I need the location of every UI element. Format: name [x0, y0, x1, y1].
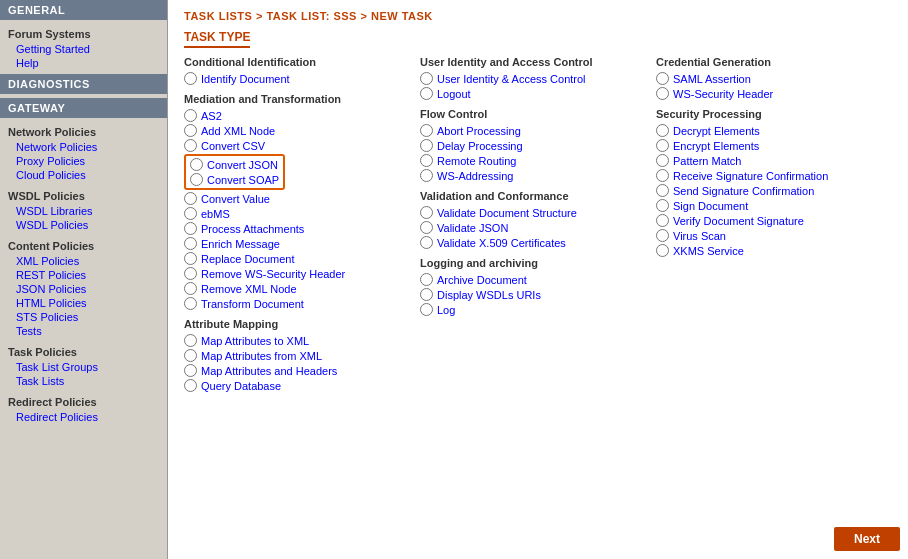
sidebar-link-wsdl-libraries[interactable]: WSDL Libraries: [0, 204, 167, 218]
label-validate-doc-structure[interactable]: Validate Document Structure: [437, 207, 577, 219]
label-verify-doc-signature[interactable]: Verify Document Signature: [673, 215, 804, 227]
label-decrypt-elements[interactable]: Decrypt Elements: [673, 125, 760, 137]
radio-pattern-match[interactable]: [656, 154, 669, 167]
label-map-attr-headers[interactable]: Map Attributes and Headers: [201, 365, 337, 377]
radio-verify-doc-signature[interactable]: [656, 214, 669, 227]
radio-validate-doc-structure[interactable]: [420, 206, 433, 219]
label-receive-sig-confirm[interactable]: Receive Signature Confirmation: [673, 170, 828, 182]
radio-convert-json[interactable]: [190, 158, 203, 171]
label-convert-value[interactable]: Convert Value: [201, 193, 270, 205]
label-transform-document[interactable]: Transform Document: [201, 298, 304, 310]
label-identify-document[interactable]: Identify Document: [201, 73, 290, 85]
sidebar-link-network-policies[interactable]: Network Policies: [0, 140, 167, 154]
radio-remove-xml-node[interactable]: [184, 282, 197, 295]
label-pattern-match[interactable]: Pattern Match: [673, 155, 741, 167]
radio-ws-addressing[interactable]: [420, 169, 433, 182]
label-xkms-service[interactable]: XKMS Service: [673, 245, 744, 257]
radio-map-attr-headers[interactable]: [184, 364, 197, 377]
label-log[interactable]: Log: [437, 304, 455, 316]
label-remove-ws-security-header[interactable]: Remove WS-Security Header: [201, 268, 345, 280]
label-sign-document[interactable]: Sign Document: [673, 200, 748, 212]
label-saml-assertion[interactable]: SAML Assertion: [673, 73, 751, 85]
label-delay-processing[interactable]: Delay Processing: [437, 140, 523, 152]
label-archive-document[interactable]: Archive Document: [437, 274, 527, 286]
label-virus-scan[interactable]: Virus Scan: [673, 230, 726, 242]
radio-log[interactable]: [420, 303, 433, 316]
radio-convert-value[interactable]: [184, 192, 197, 205]
radio-validate-json[interactable]: [420, 221, 433, 234]
label-encrypt-elements[interactable]: Encrypt Elements: [673, 140, 759, 152]
label-map-attr-from-xml[interactable]: Map Attributes from XML: [201, 350, 322, 362]
sidebar-link-html-policies[interactable]: HTML Policies: [0, 296, 167, 310]
label-remove-xml-node[interactable]: Remove XML Node: [201, 283, 297, 295]
radio-delay-processing[interactable]: [420, 139, 433, 152]
label-ws-security-header[interactable]: WS-Security Header: [673, 88, 773, 100]
label-map-attr-xml[interactable]: Map Attributes to XML: [201, 335, 309, 347]
label-replace-document[interactable]: Replace Document: [201, 253, 295, 265]
sidebar-link-help[interactable]: Help: [0, 56, 167, 70]
sidebar-link-json-policies[interactable]: JSON Policies: [0, 282, 167, 296]
radio-saml-assertion[interactable]: [656, 72, 669, 85]
sidebar-link-rest-policies[interactable]: REST Policies: [0, 268, 167, 282]
radio-transform-document[interactable]: [184, 297, 197, 310]
label-convert-soap[interactable]: Convert SOAP: [207, 174, 279, 186]
radio-virus-scan[interactable]: [656, 229, 669, 242]
label-enrich-message[interactable]: Enrich Message: [201, 238, 280, 250]
label-process-attachments[interactable]: Process Attachments: [201, 223, 304, 235]
radio-map-attr-xml[interactable]: [184, 334, 197, 347]
label-abort-processing[interactable]: Abort Processing: [437, 125, 521, 137]
radio-query-database[interactable]: [184, 379, 197, 392]
label-logout[interactable]: Logout: [437, 88, 471, 100]
radio-user-identity[interactable]: [420, 72, 433, 85]
label-send-sig-confirm[interactable]: Send Signature Confirmation: [673, 185, 814, 197]
sidebar-link-xml-policies[interactable]: XML Policies: [0, 254, 167, 268]
label-display-wsdls-uris[interactable]: Display WSDLs URIs: [437, 289, 541, 301]
label-convert-json[interactable]: Convert JSON: [207, 159, 278, 171]
sidebar-link-proxy-policies[interactable]: Proxy Policies: [0, 154, 167, 168]
radio-encrypt-elements[interactable]: [656, 139, 669, 152]
radio-enrich-message[interactable]: [184, 237, 197, 250]
next-button[interactable]: Next: [834, 527, 900, 551]
label-remote-routing[interactable]: Remote Routing: [437, 155, 517, 167]
radio-remove-ws-security-header[interactable]: [184, 267, 197, 280]
radio-map-attr-from-xml[interactable]: [184, 349, 197, 362]
label-convert-csv[interactable]: Convert CSV: [201, 140, 265, 152]
label-ebms[interactable]: ebMS: [201, 208, 230, 220]
radio-convert-soap[interactable]: [190, 173, 203, 186]
radio-decrypt-elements[interactable]: [656, 124, 669, 137]
radio-display-wsdls-uris[interactable]: [420, 288, 433, 301]
radio-receive-sig-confirm[interactable]: [656, 169, 669, 182]
sidebar-link-task-list-groups[interactable]: Task List Groups: [0, 360, 167, 374]
label-query-database[interactable]: Query Database: [201, 380, 281, 392]
radio-replace-document[interactable]: [184, 252, 197, 265]
sidebar-link-wsdl-policies[interactable]: WSDL Policies: [0, 218, 167, 232]
radio-remote-routing[interactable]: [420, 154, 433, 167]
radio-ebms[interactable]: [184, 207, 197, 220]
radio-archive-document[interactable]: [420, 273, 433, 286]
radio-as2[interactable]: [184, 109, 197, 122]
label-as2[interactable]: AS2: [201, 110, 222, 122]
radio-xkms-service[interactable]: [656, 244, 669, 257]
label-validate-x509[interactable]: Validate X.509 Certificates: [437, 237, 566, 249]
radio-row-ws-addressing: WS-Addressing: [420, 169, 648, 182]
radio-identify-document[interactable]: [184, 72, 197, 85]
label-ws-addressing[interactable]: WS-Addressing: [437, 170, 513, 182]
label-add-xml-node[interactable]: Add XML Node: [201, 125, 275, 137]
sidebar-link-getting-started[interactable]: Getting Started: [0, 42, 167, 56]
label-user-identity[interactable]: User Identity & Access Control: [437, 73, 586, 85]
radio-process-attachments[interactable]: [184, 222, 197, 235]
sidebar-link-task-lists[interactable]: Task Lists: [0, 374, 167, 388]
radio-validate-x509[interactable]: [420, 236, 433, 249]
radio-add-xml-node[interactable]: [184, 124, 197, 137]
radio-sign-document[interactable]: [656, 199, 669, 212]
radio-convert-csv[interactable]: [184, 139, 197, 152]
sidebar-link-cloud-policies[interactable]: Cloud Policies: [0, 168, 167, 182]
label-validate-json[interactable]: Validate JSON: [437, 222, 508, 234]
radio-ws-security-header[interactable]: [656, 87, 669, 100]
radio-logout[interactable]: [420, 87, 433, 100]
sidebar-link-redirect-policies[interactable]: Redirect Policies: [0, 410, 167, 424]
radio-abort-processing[interactable]: [420, 124, 433, 137]
sidebar-link-sts-policies[interactable]: STS Policies: [0, 310, 167, 324]
radio-send-sig-confirm[interactable]: [656, 184, 669, 197]
sidebar-link-tests[interactable]: Tests: [0, 324, 167, 338]
